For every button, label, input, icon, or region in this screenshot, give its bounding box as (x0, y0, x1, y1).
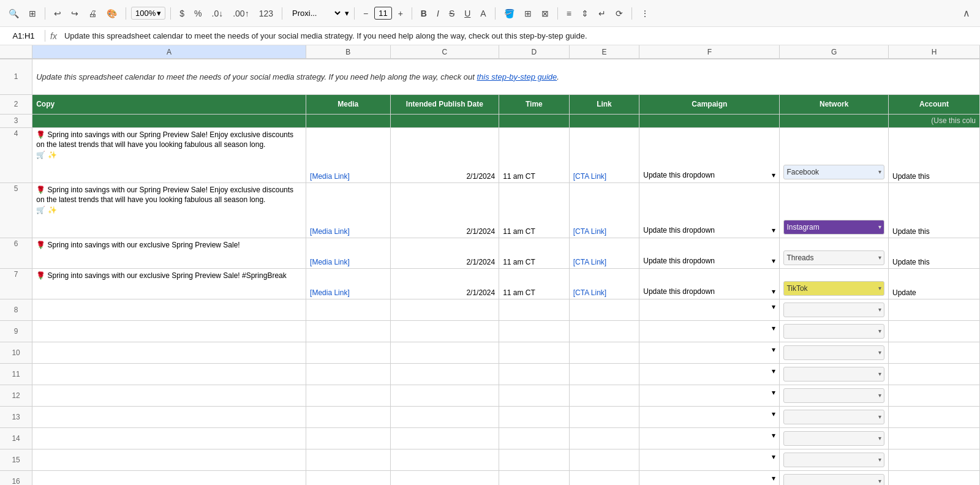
row9-h[interactable] (888, 320, 979, 342)
row9-e[interactable] (569, 320, 639, 342)
row7-date[interactable]: 2/1/2024 (390, 268, 499, 299)
cell-reference-input[interactable] (2, 30, 45, 42)
row16-b[interactable] (306, 470, 390, 485)
row12-campaign-dropdown[interactable]: ▾ (643, 387, 775, 398)
col-header-g[interactable]: G (780, 45, 889, 59)
row14-b[interactable] (306, 427, 390, 449)
row15-network-dropdown[interactable]: ▾ (783, 453, 884, 467)
row8-c[interactable] (390, 299, 499, 320)
row4-account[interactable]: Update this (888, 127, 979, 182)
borders-button[interactable]: ⊞ (521, 6, 535, 21)
row15-h[interactable] (888, 449, 979, 470)
row10-h[interactable] (888, 342, 979, 363)
col-header-h[interactable]: H (888, 45, 979, 59)
row10-f[interactable]: ▾ (639, 342, 780, 363)
row14-campaign-dropdown[interactable]: ▾ (643, 430, 775, 441)
row5-network-dropdown[interactable]: Instagram ▾ (783, 220, 884, 235)
row9-f[interactable]: ▾ (639, 320, 780, 342)
row11-e[interactable] (569, 363, 639, 385)
row13-campaign-dropdown[interactable]: ▾ (643, 408, 775, 419)
align-button[interactable]: ≡ (563, 6, 575, 21)
row12-c[interactable] (390, 385, 499, 406)
row13-d[interactable] (499, 406, 570, 427)
row5-network[interactable]: Instagram ▾ (780, 182, 889, 238)
row8-d[interactable] (499, 299, 570, 320)
row4-date[interactable]: 2/1/2024 (390, 127, 499, 182)
row11-h[interactable] (888, 363, 979, 385)
row12-d[interactable] (499, 385, 570, 406)
row7-copy[interactable]: 🌹 Spring into savings with our exclusive… (32, 268, 306, 299)
percent-button[interactable]: % (190, 6, 205, 21)
row6-network-dropdown[interactable]: Threads ▾ (783, 250, 884, 265)
row8-campaign-dropdown[interactable]: ▾ (643, 301, 775, 312)
row16-a[interactable] (32, 470, 306, 485)
row12-e[interactable] (569, 385, 639, 406)
row8-h[interactable] (888, 299, 979, 320)
row15-g[interactable]: ▾ (780, 449, 889, 470)
row6-campaign-dropdown[interactable]: Update this dropdown ▾ (643, 255, 775, 266)
merge-button[interactable]: ⊠ (538, 6, 552, 21)
row11-campaign-dropdown[interactable]: ▾ (643, 366, 775, 377)
col-header-b[interactable]: B (306, 45, 390, 59)
row4-network[interactable]: Facebook ▾ (780, 127, 889, 182)
row7-time[interactable]: 11 am CT (499, 268, 570, 299)
row16-campaign-dropdown[interactable]: ▾ (643, 473, 775, 484)
row15-d[interactable] (499, 449, 570, 470)
row10-b[interactable] (306, 342, 390, 363)
row5-date[interactable]: 2/1/2024 (390, 182, 499, 238)
row15-e[interactable] (569, 449, 639, 470)
font-size-control[interactable]: 11 (374, 7, 391, 20)
row14-f[interactable]: ▾ (639, 427, 780, 449)
font-size-decrease-button[interactable]: − (360, 6, 372, 21)
row4-campaign[interactable]: Update this dropdown ▾ (639, 127, 780, 182)
row8-b[interactable] (306, 299, 390, 320)
row14-network-dropdown[interactable]: ▾ (783, 431, 884, 446)
row14-d[interactable] (499, 427, 570, 449)
zoom-control[interactable]: 100% ▾ (131, 7, 165, 20)
row12-b[interactable] (306, 385, 390, 406)
row15-a[interactable] (32, 449, 306, 470)
row5-media[interactable]: [Media Link] (306, 182, 390, 238)
row13-g[interactable]: ▾ (780, 406, 889, 427)
more-button[interactable]: ⋮ (637, 6, 653, 21)
row6-media[interactable]: [Media Link] (306, 238, 390, 268)
row12-h[interactable] (888, 385, 979, 406)
row10-d[interactable] (499, 342, 570, 363)
row13-b[interactable] (306, 406, 390, 427)
col-header-e[interactable]: E (569, 45, 639, 59)
row15-c[interactable] (390, 449, 499, 470)
decimal-increase-button[interactable]: .00↑ (229, 6, 252, 21)
row13-f[interactable]: ▾ (639, 406, 780, 427)
valign-button[interactable]: ⇕ (578, 6, 592, 21)
number-format-button[interactable]: 123 (255, 6, 277, 21)
row13-a[interactable] (32, 406, 306, 427)
row15-campaign-dropdown[interactable]: ▾ (643, 451, 775, 462)
row12-a[interactable] (32, 385, 306, 406)
row7-campaign[interactable]: Update this dropdown ▾ (639, 268, 780, 299)
strikethrough-button[interactable]: S (445, 6, 458, 21)
row5-time[interactable]: 11 am CT (499, 182, 570, 238)
row14-c[interactable] (390, 427, 499, 449)
row6-date[interactable]: 2/1/2024 (390, 238, 499, 268)
row16-f[interactable]: ▾ (639, 470, 780, 485)
row4-media[interactable]: [Media Link] (306, 127, 390, 182)
row5-campaign-dropdown[interactable]: Update this dropdown ▾ (643, 225, 775, 236)
collapse-button[interactable]: ∧ (958, 5, 975, 21)
decimal-decrease-button[interactable]: .0↓ (208, 6, 227, 21)
fill-color-button[interactable]: 🪣 (500, 6, 518, 21)
row11-g[interactable]: ▾ (780, 363, 889, 385)
row16-network-dropdown[interactable]: ▾ (783, 474, 884, 486)
row1-link[interactable]: this step-by-step guide (477, 72, 557, 81)
row13-e[interactable] (569, 406, 639, 427)
row10-e[interactable] (569, 342, 639, 363)
row13-c[interactable] (390, 406, 499, 427)
row7-link[interactable]: [CTA Link] (569, 268, 639, 299)
row14-e[interactable] (569, 427, 639, 449)
row8-e[interactable] (569, 299, 639, 320)
row9-b[interactable] (306, 320, 390, 342)
row16-g[interactable]: ▾ (780, 470, 889, 485)
paint-format-button[interactable]: 🎨 (103, 6, 121, 21)
underline-button[interactable]: U (461, 6, 474, 21)
col-header-f[interactable]: F (639, 45, 780, 59)
row12-g[interactable]: ▾ (780, 385, 889, 406)
